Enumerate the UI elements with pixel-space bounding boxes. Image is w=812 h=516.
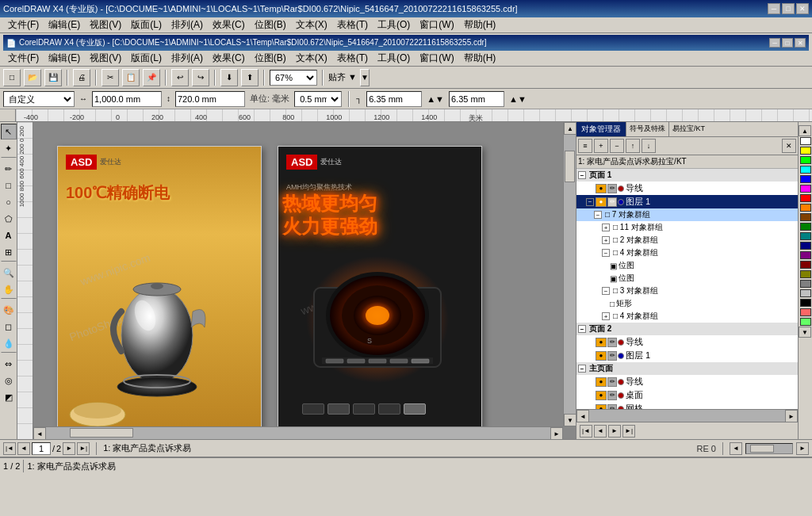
toolbar-undo[interactable]: ↩ <box>171 69 189 86</box>
panel-btn-close[interactable]: ✕ <box>782 139 796 153</box>
toolbar-export[interactable]: ⬆ <box>241 69 259 86</box>
main-desktop-pencil[interactable]: ✏ <box>607 391 617 400</box>
tree-group3[interactable]: − □ 3 对象群组 <box>576 285 798 297</box>
color-maroon[interactable] <box>800 261 811 269</box>
group11-expand-icon[interactable]: + <box>602 224 610 231</box>
panel-nav-prev[interactable]: ◄ <box>594 425 607 438</box>
menu2-window[interactable]: 窗口(W) <box>415 51 458 66</box>
size1-input[interactable] <box>366 91 422 107</box>
menu2-help[interactable]: 帮助(H) <box>459 51 501 66</box>
p2-guide-pencil[interactable]: ✏ <box>607 338 617 347</box>
menu-table[interactable]: 表格(T) <box>332 17 373 32</box>
tool-contour[interactable]: ◎ <box>1 373 17 388</box>
panel-btn-up[interactable]: ↑ <box>626 139 640 153</box>
color-lime[interactable] <box>800 156 811 164</box>
nav-next[interactable]: ► <box>63 442 75 455</box>
tree-group4b[interactable]: + □ 4 对象群组 <box>576 310 798 323</box>
tree-group7[interactable]: − □ 7 对象群组 <box>576 208 798 221</box>
menu2-file[interactable]: 文件(F) <box>3 51 44 66</box>
tree-page1[interactable]: − 页面 1 <box>576 169 798 182</box>
color-green[interactable] <box>800 223 811 231</box>
color-yellow[interactable] <box>800 147 811 155</box>
panel-nav-last[interactable]: ►| <box>622 425 635 438</box>
menu-help[interactable]: 帮助(H) <box>459 17 501 32</box>
status-scroll-right[interactable]: ► <box>796 442 809 455</box>
tree-main-desktop[interactable]: ● ✏ 桌面 <box>576 388 798 402</box>
tree-bitmap1[interactable]: ▣ 位图 <box>576 259 798 272</box>
guide-eye-icon[interactable]: ● <box>596 184 607 193</box>
menu-view[interactable]: 视图(V) <box>85 17 126 32</box>
main-guide-pencil[interactable]: ✏ <box>607 377 617 387</box>
scroll-left-button[interactable]: ◄ <box>33 427 46 439</box>
toolbar-snap-arrow[interactable]: ▼ <box>360 69 370 86</box>
panel-tab-display[interactable]: 易拉宝/KT <box>669 122 708 136</box>
menu-layout[interactable]: 版面(L) <box>126 17 167 32</box>
tree-page2-layer1[interactable]: ● ✏ 图层 1 <box>576 349 798 362</box>
menu2-effects[interactable]: 效果(C) <box>208 51 250 66</box>
group4b-expand-icon[interactable]: + <box>602 312 610 320</box>
tree-main-guide[interactable]: ● ✏ 导线 <box>576 375 798 388</box>
color-orange[interactable] <box>800 204 811 212</box>
tree-guide[interactable]: ● ✏ 导线 <box>576 182 798 195</box>
tool-shadow[interactable]: ◩ <box>1 389 17 405</box>
nav-last[interactable]: ►| <box>77 442 90 455</box>
layer1-expand-icon[interactable]: − <box>586 198 594 206</box>
menu-arrange[interactable]: 排列(A) <box>167 17 208 32</box>
toolbar-new[interactable]: □ <box>3 69 21 86</box>
minimize-button[interactable]: ─ <box>768 3 780 14</box>
height-input[interactable] <box>175 91 245 107</box>
zoom-select[interactable]: 67% 100% 50% <box>270 70 317 86</box>
p2-layer1-eye[interactable]: ● <box>596 351 607 361</box>
tool-select[interactable]: ↖ <box>1 124 17 140</box>
inner-close-button[interactable]: ✕ <box>795 38 806 48</box>
panel-scroll-left[interactable]: ◄ <box>576 410 589 422</box>
tool-pan[interactable]: ✋ <box>1 281 17 297</box>
current-page-input[interactable] <box>32 442 51 455</box>
panel-nav-first[interactable]: |◄ <box>580 425 592 438</box>
status-scroll-left[interactable]: ◄ <box>730 442 742 455</box>
tool-rect[interactable]: □ <box>1 178 17 193</box>
toolbar-cut[interactable]: ✂ <box>102 69 119 86</box>
tool-polygon[interactable]: ⬠ <box>1 211 17 227</box>
scroll-down-button[interactable]: ▼ <box>564 414 576 426</box>
nav-prev[interactable]: ◄ <box>17 442 30 455</box>
p2-guide-eye[interactable]: ● <box>596 338 607 347</box>
tree-page2[interactable]: − 页面 2 <box>576 323 798 335</box>
group7-expand-icon[interactable]: − <box>594 211 602 219</box>
color-silver[interactable] <box>800 289 811 297</box>
inner-maximize-button[interactable]: □ <box>782 38 793 48</box>
toolbar-print[interactable]: 🖨 <box>73 69 90 86</box>
color-cyan[interactable] <box>800 166 811 174</box>
page1-expand-icon[interactable]: − <box>578 171 586 179</box>
tree-rect[interactable]: □ 矩形 <box>576 297 798 310</box>
scroll-right-button[interactable]: ► <box>550 427 563 439</box>
menu2-arrange[interactable]: 排列(A) <box>167 51 208 66</box>
menu-edit[interactable]: 编辑(E) <box>44 17 85 32</box>
panel-tab-object-manager[interactable]: 对象管理器 <box>576 122 626 136</box>
tree-group2[interactable]: + □ 2 对象群组 <box>576 234 798 247</box>
palette-scroll-up[interactable]: ▲ <box>799 125 811 136</box>
group4-expand-icon[interactable]: − <box>602 249 610 257</box>
guide-pencil-icon[interactable]: ✏ <box>607 184 617 193</box>
width-input[interactable] <box>92 91 162 107</box>
tool-zoom[interactable]: 🔍 <box>1 265 17 281</box>
group2-expand-icon[interactable]: + <box>602 236 610 244</box>
color-gray[interactable] <box>800 280 811 288</box>
toolbar-import[interactable]: ⬇ <box>220 69 238 86</box>
menu-tools[interactable]: 工具(O) <box>373 17 415 32</box>
menu-file[interactable]: 文件(F) <box>3 17 44 32</box>
tree-group4[interactable]: − □ 4 对象群组 <box>576 247 798 259</box>
toolbar-open[interactable]: 📂 <box>24 69 41 86</box>
color-blue[interactable] <box>800 175 811 183</box>
color-purple[interactable] <box>800 251 811 259</box>
tree-group11[interactable]: + □ 11 对象群组 <box>576 221 798 234</box>
group3-expand-icon[interactable]: − <box>602 287 610 295</box>
color-navy[interactable] <box>800 242 811 250</box>
mainpage-expand-icon[interactable]: − <box>578 365 586 373</box>
layer1-eye-icon[interactable]: ● <box>596 197 607 207</box>
close-button[interactable]: ✕ <box>796 3 809 14</box>
menu-bitmap[interactable]: 位图(B) <box>250 17 291 32</box>
tree-layer1[interactable]: − ● ✏ 图层 1 <box>576 195 798 208</box>
page2-expand-icon[interactable]: − <box>578 325 586 333</box>
panel-btn-add[interactable]: + <box>594 139 608 153</box>
